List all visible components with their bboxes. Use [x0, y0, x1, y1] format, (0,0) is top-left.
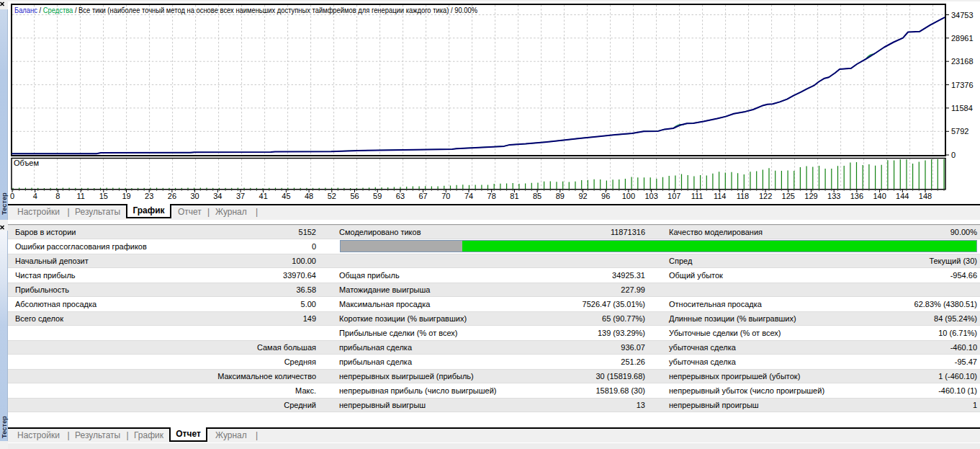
- svg-text:52: 52: [328, 192, 336, 200]
- svg-text:Объем: Объем: [14, 159, 39, 167]
- svg-text:85: 85: [533, 192, 541, 200]
- svg-text:122: 122: [759, 192, 772, 200]
- svg-text:11584: 11584: [951, 104, 973, 112]
- svg-text:129: 129: [804, 192, 817, 200]
- svg-text:23: 23: [145, 192, 153, 200]
- svg-text:34: 34: [213, 192, 222, 200]
- svg-text:8: 8: [55, 192, 60, 200]
- svg-text:26: 26: [168, 192, 176, 200]
- svg-text:11: 11: [76, 192, 84, 200]
- svg-text:144: 144: [896, 192, 909, 200]
- svg-text:23168: 23168: [951, 57, 974, 66]
- svg-text:Баланс / Средства / Все тики (: Баланс / Средства / Все тики (наиболее т…: [14, 6, 477, 14]
- svg-text:89: 89: [556, 192, 565, 200]
- svg-text:96: 96: [601, 192, 610, 200]
- svg-text:15: 15: [99, 192, 108, 200]
- svg-text:114: 114: [714, 192, 727, 200]
- svg-text:45: 45: [282, 192, 290, 200]
- svg-text:63: 63: [396, 192, 405, 200]
- svg-text:111: 111: [691, 192, 703, 200]
- svg-text:17376: 17376: [951, 81, 974, 89]
- svg-text:59: 59: [373, 192, 382, 200]
- svg-text:0: 0: [951, 151, 956, 159]
- svg-text:100: 100: [622, 192, 635, 200]
- svg-text:0: 0: [10, 192, 14, 200]
- svg-text:136: 136: [850, 192, 863, 200]
- svg-text:5792: 5792: [951, 127, 968, 135]
- svg-text:56: 56: [350, 192, 359, 200]
- svg-text:28961: 28961: [951, 34, 974, 43]
- svg-text:92: 92: [578, 192, 587, 200]
- svg-text:34753: 34753: [951, 11, 974, 19]
- svg-text:125: 125: [782, 192, 795, 200]
- svg-text:4: 4: [33, 192, 37, 200]
- svg-text:133: 133: [827, 192, 840, 200]
- svg-text:140: 140: [873, 192, 886, 200]
- svg-text:107: 107: [667, 192, 680, 200]
- svg-text:30: 30: [190, 192, 199, 200]
- svg-text:19: 19: [122, 192, 130, 200]
- svg-text:81: 81: [510, 192, 518, 200]
- svg-text:48: 48: [305, 192, 313, 200]
- svg-text:78: 78: [487, 192, 496, 200]
- svg-text:148: 148: [919, 192, 932, 200]
- svg-text:70: 70: [441, 192, 450, 200]
- svg-text:41: 41: [259, 192, 268, 200]
- svg-text:37: 37: [236, 192, 245, 200]
- svg-text:118: 118: [737, 192, 750, 200]
- svg-text:67: 67: [418, 192, 427, 200]
- svg-text:74: 74: [464, 192, 473, 200]
- svg-text:103: 103: [644, 192, 657, 200]
